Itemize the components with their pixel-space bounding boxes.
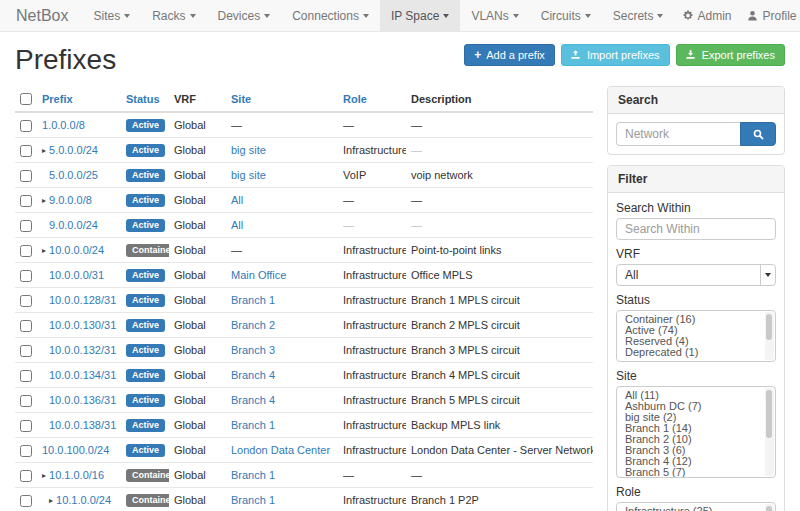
column-header-role[interactable]: Role (338, 86, 406, 112)
prefix-link[interactable]: 10.1.0.0/24 (56, 494, 111, 506)
option[interactable]: Branch 4 (12) (617, 456, 763, 467)
site-link[interactable]: Branch 4 (231, 369, 275, 381)
prefix-link[interactable]: 5.0.0.0/24 (49, 144, 98, 156)
column-header-status[interactable]: Status (121, 86, 169, 112)
scrollbar-thumb[interactable] (766, 314, 772, 340)
prefix-link[interactable]: 10.0.0.128/31 (49, 294, 116, 306)
row-checkbox[interactable] (20, 420, 32, 432)
row-checkbox[interactable] (20, 270, 32, 282)
prefix-link[interactable]: 5.0.0.0/25 (49, 169, 98, 181)
status-badge[interactable]: Active (126, 344, 165, 357)
site-multiselect[interactable]: All (11)Ashburn DC (7)big site (2)Branch… (616, 386, 776, 478)
import-prefixes-button[interactable]: Import prefixes (561, 44, 670, 66)
expand-toggle-icon[interactable]: ▸ (42, 246, 46, 255)
row-checkbox[interactable] (20, 495, 32, 507)
scrollbar-track[interactable] (765, 504, 774, 511)
site-link[interactable]: Branch 3 (231, 344, 275, 356)
prefix-link[interactable]: 10.1.0.0/16 (49, 469, 104, 481)
status-badge[interactable]: Active (126, 294, 165, 307)
nav-item-connections[interactable]: Connections (281, 0, 380, 31)
status-badge[interactable]: Container (126, 469, 169, 482)
prefix-link[interactable]: 10.0.0.0/24 (49, 244, 104, 256)
site-link[interactable]: Branch 1 (231, 469, 275, 481)
row-checkbox[interactable] (20, 445, 32, 457)
site-link[interactable]: Branch 2 (231, 319, 275, 331)
scrollbar-thumb[interactable] (766, 390, 772, 438)
row-checkbox[interactable] (20, 220, 32, 232)
site-link[interactable]: Branch 4 (231, 394, 275, 406)
row-checkbox[interactable] (20, 195, 32, 207)
option[interactable]: All (11) (617, 390, 763, 401)
nav-item-ip-space[interactable]: IP Space (380, 0, 460, 31)
site-link[interactable]: All (231, 219, 243, 231)
site-link[interactable]: Branch 1 (231, 494, 275, 506)
prefix-link[interactable]: 9.0.0.0/24 (49, 219, 98, 231)
expand-toggle-icon[interactable]: ▸ (42, 471, 46, 480)
row-checkbox[interactable] (20, 395, 32, 407)
prefix-link[interactable]: 9.0.0.0/8 (49, 194, 92, 206)
scrollbar-track[interactable] (765, 312, 774, 360)
vrf-select[interactable]: All (616, 264, 776, 286)
row-checkbox[interactable] (20, 345, 32, 357)
prefix-link[interactable]: 10.0.0.132/31 (49, 344, 116, 356)
row-checkbox[interactable] (20, 370, 32, 382)
option[interactable]: Active (74) (617, 325, 763, 336)
status-badge[interactable]: Active (126, 394, 165, 407)
filter-input-search-within[interactable] (616, 218, 776, 240)
row-checkbox[interactable] (20, 295, 32, 307)
status-badge[interactable]: Container (126, 244, 169, 257)
status-badge[interactable]: Active (126, 319, 165, 332)
prefix-link[interactable]: 10.0.0.130/31 (49, 319, 116, 331)
search-button[interactable] (740, 122, 776, 146)
expand-toggle-icon[interactable]: ▸ (42, 146, 46, 155)
export-prefixes-button[interactable]: Export prefixes (676, 44, 785, 66)
status-badge[interactable]: Active (126, 144, 165, 157)
nav-item-vlans[interactable]: VLANs (460, 0, 529, 31)
site-link[interactable]: big site (231, 169, 266, 181)
option[interactable]: Branch 3 (6) (617, 445, 763, 456)
prefix-link[interactable]: 10.0.0.0/31 (49, 269, 104, 281)
status-badge[interactable]: Container (126, 494, 169, 507)
row-checkbox[interactable] (20, 145, 32, 157)
app-brand[interactable]: NetBox (12, 0, 82, 31)
column-header-site[interactable]: Site (226, 86, 338, 112)
prefix-link[interactable]: 10.0.100.0/24 (42, 444, 109, 456)
site-link[interactable]: Branch 1 (231, 419, 275, 431)
utility-profile[interactable]: Profile (739, 0, 800, 31)
status-badge[interactable]: Active (126, 169, 165, 182)
option[interactable]: Branch 2 (10) (617, 434, 763, 445)
status-badge[interactable]: Active (126, 444, 165, 457)
select-all-checkbox[interactable] (20, 93, 32, 105)
expand-toggle-icon[interactable]: ▸ (49, 496, 53, 505)
option[interactable]: Container (16) (617, 314, 763, 325)
option[interactable]: Ashburn DC (7) (617, 401, 763, 412)
status-badge[interactable]: Active (126, 119, 165, 132)
search-input[interactable] (616, 122, 740, 146)
status-badge[interactable]: Active (126, 219, 165, 232)
role-multiselect[interactable]: Infrastructure (25)Management (8)Private… (616, 502, 776, 511)
option[interactable]: Reserved (4) (617, 336, 763, 347)
row-checkbox[interactable] (20, 470, 32, 482)
site-link[interactable]: All (231, 194, 243, 206)
status-badge[interactable]: Active (126, 369, 165, 382)
nav-item-racks[interactable]: Racks (141, 0, 206, 31)
site-link[interactable]: big site (231, 144, 266, 156)
option[interactable]: Deprecated (1) (617, 347, 763, 358)
status-badge[interactable]: Active (126, 194, 165, 207)
add-a-prefix-button[interactable]: +Add a prefix (464, 44, 555, 66)
row-checkbox[interactable] (20, 170, 32, 182)
row-checkbox[interactable] (20, 320, 32, 332)
scrollbar-track[interactable] (765, 388, 774, 476)
row-checkbox[interactable] (20, 120, 32, 132)
row-checkbox[interactable] (20, 245, 32, 257)
status-badge[interactable]: Active (126, 269, 165, 282)
prefix-link[interactable]: 10.0.0.136/31 (49, 394, 116, 406)
site-link[interactable]: London Data Center (231, 444, 330, 456)
nav-item-circuits[interactable]: Circuits (530, 0, 602, 31)
expand-toggle-icon[interactable]: ▸ (42, 196, 46, 205)
option[interactable]: Infrastructure (25) (617, 506, 763, 511)
scrollbar-thumb[interactable] (766, 506, 772, 511)
option[interactable]: big site (2) (617, 412, 763, 423)
option[interactable]: Branch 5 (7) (617, 467, 763, 478)
column-header-prefix[interactable]: Prefix (37, 86, 121, 112)
